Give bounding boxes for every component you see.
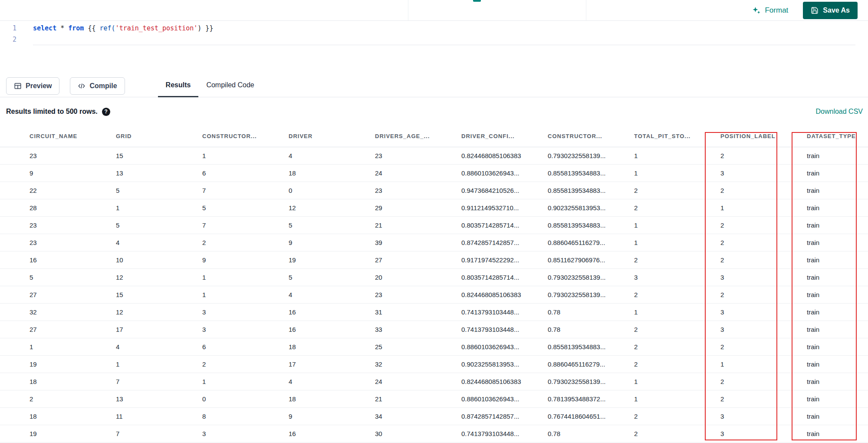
table-cell: 24	[375, 373, 461, 390]
table-cell: 39	[375, 234, 461, 251]
table-cell: 0.8035714285714...	[461, 268, 548, 286]
table-cell: 3	[202, 303, 289, 321]
table-cell: 5	[289, 216, 375, 234]
download-csv-link[interactable]: Download CSV	[816, 108, 863, 116]
table-cell: 0.824468085106383	[461, 286, 548, 303]
table-cell: 13	[116, 164, 202, 182]
table-cell: 2	[634, 338, 720, 355]
tab-compiled-code-label: Compiled Code	[206, 81, 254, 89]
table-cell: 0.78	[548, 303, 634, 321]
table-cell: 1	[634, 216, 720, 234]
file-tab-separator	[408, 0, 408, 20]
table-cell: 25	[375, 338, 461, 355]
table-cell: 27	[0, 321, 116, 338]
table-row: 271514230.8244680851063830.7930232558139…	[0, 286, 868, 303]
table-cell: 1	[116, 355, 202, 373]
table-cell: 29	[375, 199, 461, 216]
save-icon	[811, 7, 819, 14]
tab-results[interactable]: Results	[158, 75, 199, 97]
table-cell: 21	[375, 216, 461, 234]
table-cell: 2	[720, 338, 807, 355]
results-info-bar: Results limited to 500 rows. ? Download …	[0, 97, 868, 126]
table-cell: 0.9023255813953...	[461, 355, 548, 373]
table-cell: 0.8860465116279...	[548, 234, 634, 251]
table-cell: 23	[0, 234, 116, 251]
table-cell: 16	[289, 303, 375, 321]
table-body: 231514230.8244680851063830.7930232558139…	[0, 147, 868, 442]
table-cell: 0.7930232558139...	[548, 373, 634, 390]
table-cell: 34	[375, 407, 461, 425]
table-cell: train	[807, 303, 868, 321]
table-cell: 17	[289, 355, 375, 373]
table-cell: 32	[375, 355, 461, 373]
table-row: 191217320.9023255813953...0.886046511627…	[0, 355, 868, 373]
table-cell: train	[807, 251, 868, 268]
table-cell: 2	[720, 373, 807, 390]
table-row: 23429390.8742857142857...0.8860465116279…	[0, 234, 868, 251]
table-cell: train	[807, 234, 868, 251]
table-cell: 3	[720, 321, 807, 338]
controls-row: Preview Compile Results Compiled Code	[0, 75, 868, 97]
table-cell: 4	[289, 286, 375, 303]
table-cell: 0.8742857142857...	[461, 234, 548, 251]
table-cell: 1	[634, 234, 720, 251]
help-icon[interactable]: ?	[102, 108, 110, 116]
table-cell: 0.9473684210526...	[461, 182, 548, 199]
table-cell: 15	[116, 147, 202, 164]
format-button[interactable]: Format	[752, 6, 788, 15]
table-cell: 1	[202, 286, 289, 303]
table-row: 3212316310.7413793103448...0.7813train	[0, 303, 868, 321]
table-cell: 2	[634, 199, 720, 216]
table-cell: 0.824468085106383	[461, 147, 548, 164]
table-cell: 5	[0, 268, 116, 286]
line-number-2: 2	[0, 34, 24, 45]
table-cell: 2	[634, 182, 720, 199]
table-cell: 0.7930232558139...	[548, 268, 634, 286]
table-cell: train	[807, 182, 868, 199]
table-cell: 8	[202, 407, 289, 425]
results-tabs: Results Compiled Code	[158, 75, 262, 97]
table-cell: 6	[202, 338, 289, 355]
table-cell: 17	[116, 321, 202, 338]
table-row: 231514230.8244680851063830.7930232558139…	[0, 147, 868, 164]
table-cell: train	[807, 355, 868, 373]
sql-string: 'train_test_position'	[115, 24, 198, 32]
table-cell: 0.8035714285714...	[461, 216, 548, 234]
table-cell: 2	[720, 390, 807, 407]
table-cell: 4	[289, 373, 375, 390]
table-cell: 15	[116, 286, 202, 303]
table-cell: train	[807, 338, 868, 355]
code-editor[interactable]: 1 select * from {{ ref('train_test_posit…	[0, 21, 868, 75]
code-icon	[78, 82, 85, 90]
table-cell: 0.8860103626943...	[461, 390, 548, 407]
table-cell: 0.7413793103448...	[461, 425, 548, 442]
table-cell: 5	[116, 216, 202, 234]
preview-button[interactable]: Preview	[6, 77, 59, 95]
column-header: DRIVERS_AGE_...	[375, 126, 461, 147]
table-row: 51215200.8035714285714...0.7930232558139…	[0, 268, 868, 286]
tab-compiled-code[interactable]: Compiled Code	[198, 75, 262, 97]
save-as-button[interactable]: Save As	[803, 2, 858, 19]
table-cell: 27	[375, 251, 461, 268]
table-cell: train	[807, 286, 868, 303]
table-cell: 9	[289, 234, 375, 251]
table-cell: train	[807, 407, 868, 425]
sparkle-icon	[752, 6, 761, 15]
results-limit-text: Results limited to 500 rows.	[6, 108, 98, 116]
table-cell: 0.7930232558139...	[548, 147, 634, 164]
table-cell: 1	[634, 373, 720, 390]
table-cell: 2	[634, 321, 720, 338]
column-header: CIRCUIT_NAME	[0, 126, 116, 147]
table-cell: 1	[202, 268, 289, 286]
table-cell: 2	[634, 425, 720, 442]
table-cell: 2	[634, 355, 720, 373]
compile-button[interactable]: Compile	[70, 77, 125, 95]
table-cell: 23	[375, 286, 461, 303]
table-cell: 0.7674418604651...	[548, 407, 634, 425]
table-cell: train	[807, 425, 868, 442]
table-cell: 11	[116, 407, 202, 425]
table-cell: 1	[0, 338, 116, 355]
table-cell: 3	[720, 425, 807, 442]
table-cell: 5	[116, 182, 202, 199]
table-cell: 3	[720, 268, 807, 286]
